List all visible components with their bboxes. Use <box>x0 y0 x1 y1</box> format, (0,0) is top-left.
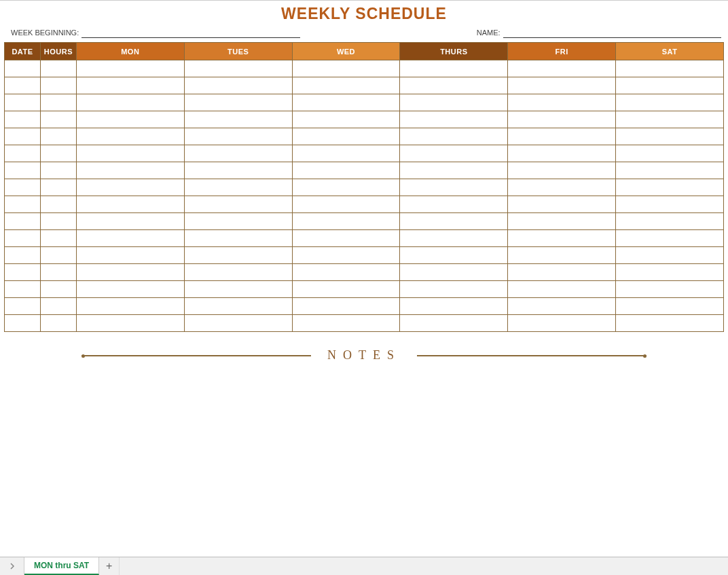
cell-hours[interactable] <box>40 179 76 196</box>
cell-fri[interactable] <box>508 179 616 196</box>
cell-thurs[interactable] <box>400 111 508 128</box>
cell-wed[interactable] <box>292 128 400 145</box>
cell-thurs[interactable] <box>400 128 508 145</box>
cell-tues[interactable] <box>184 94 292 111</box>
cell-thurs[interactable] <box>400 179 508 196</box>
cell-wed[interactable] <box>292 247 400 264</box>
cell-tues[interactable] <box>184 230 292 247</box>
cell-sat[interactable] <box>616 315 724 332</box>
cell-date[interactable] <box>5 77 41 94</box>
cell-thurs[interactable] <box>400 145 508 162</box>
cell-fri[interactable] <box>508 94 616 111</box>
cell-sat[interactable] <box>616 77 724 94</box>
cell-date[interactable] <box>5 128 41 145</box>
week-beginning-input[interactable] <box>81 27 299 38</box>
cell-hours[interactable] <box>40 281 76 298</box>
cell-wed[interactable] <box>292 196 400 213</box>
cell-tues[interactable] <box>184 77 292 94</box>
cell-sat[interactable] <box>616 264 724 281</box>
col-date[interactable]: DATE <box>5 43 41 60</box>
cell-date[interactable] <box>5 179 41 196</box>
cell-mon[interactable] <box>76 111 184 128</box>
cell-hours[interactable] <box>40 77 76 94</box>
add-sheet-button[interactable]: + <box>99 557 120 575</box>
cell-date[interactable] <box>5 162 41 179</box>
cell-thurs[interactable] <box>400 281 508 298</box>
cell-mon[interactable] <box>76 247 184 264</box>
cell-thurs[interactable] <box>400 247 508 264</box>
cell-fri[interactable] <box>508 247 616 264</box>
cell-thurs[interactable] <box>400 94 508 111</box>
cell-sat[interactable] <box>616 179 724 196</box>
cell-wed[interactable] <box>292 179 400 196</box>
cell-thurs[interactable] <box>400 162 508 179</box>
cell-wed[interactable] <box>292 230 400 247</box>
cell-date[interactable] <box>5 264 41 281</box>
cell-mon[interactable] <box>76 94 184 111</box>
cell-date[interactable] <box>5 315 41 332</box>
cell-sat[interactable] <box>616 230 724 247</box>
cell-tues[interactable] <box>184 213 292 230</box>
cell-sat[interactable] <box>616 94 724 111</box>
cell-thurs[interactable] <box>400 298 508 315</box>
cell-sat[interactable] <box>616 60 724 77</box>
cell-mon[interactable] <box>76 230 184 247</box>
cell-wed[interactable] <box>292 281 400 298</box>
cell-wed[interactable] <box>292 264 400 281</box>
cell-tues[interactable] <box>184 162 292 179</box>
cell-tues[interactable] <box>184 145 292 162</box>
cell-mon[interactable] <box>76 315 184 332</box>
sheet-nav-button[interactable] <box>0 557 24 575</box>
cell-fri[interactable] <box>508 213 616 230</box>
cell-tues[interactable] <box>184 179 292 196</box>
cell-date[interactable] <box>5 281 41 298</box>
cell-sat[interactable] <box>616 196 724 213</box>
cell-date[interactable] <box>5 298 41 315</box>
cell-sat[interactable] <box>616 247 724 264</box>
cell-hours[interactable] <box>40 145 76 162</box>
cell-wed[interactable] <box>292 77 400 94</box>
cell-sat[interactable] <box>616 162 724 179</box>
cell-thurs[interactable] <box>400 230 508 247</box>
cell-fri[interactable] <box>508 60 616 77</box>
cell-tues[interactable] <box>184 264 292 281</box>
cell-tues[interactable] <box>184 111 292 128</box>
col-wed[interactable]: WED <box>292 43 400 60</box>
cell-mon[interactable] <box>76 77 184 94</box>
cell-fri[interactable] <box>508 145 616 162</box>
cell-hours[interactable] <box>40 162 76 179</box>
cell-fri[interactable] <box>508 162 616 179</box>
col-sat[interactable]: SAT <box>616 43 724 60</box>
cell-hours[interactable] <box>40 128 76 145</box>
cell-thurs[interactable] <box>400 60 508 77</box>
cell-tues[interactable] <box>184 247 292 264</box>
cell-wed[interactable] <box>292 111 400 128</box>
cell-fri[interactable] <box>508 281 616 298</box>
cell-fri[interactable] <box>508 264 616 281</box>
cell-mon[interactable] <box>76 196 184 213</box>
cell-sat[interactable] <box>616 111 724 128</box>
cell-wed[interactable] <box>292 213 400 230</box>
cell-fri[interactable] <box>508 111 616 128</box>
cell-mon[interactable] <box>76 60 184 77</box>
cell-fri[interactable] <box>508 196 616 213</box>
cell-date[interactable] <box>5 230 41 247</box>
cell-thurs[interactable] <box>400 196 508 213</box>
cell-date[interactable] <box>5 247 41 264</box>
cell-mon[interactable] <box>76 281 184 298</box>
col-hours[interactable]: HOURS <box>40 43 76 60</box>
cell-hours[interactable] <box>40 213 76 230</box>
cell-mon[interactable] <box>76 128 184 145</box>
cell-hours[interactable] <box>40 196 76 213</box>
cell-mon[interactable] <box>76 179 184 196</box>
cell-tues[interactable] <box>184 298 292 315</box>
cell-wed[interactable] <box>292 162 400 179</box>
cell-thurs[interactable] <box>400 264 508 281</box>
cell-hours[interactable] <box>40 230 76 247</box>
cell-date[interactable] <box>5 60 41 77</box>
cell-tues[interactable] <box>184 281 292 298</box>
cell-date[interactable] <box>5 111 41 128</box>
cell-mon[interactable] <box>76 145 184 162</box>
cell-sat[interactable] <box>616 128 724 145</box>
col-mon[interactable]: MON <box>76 43 184 60</box>
